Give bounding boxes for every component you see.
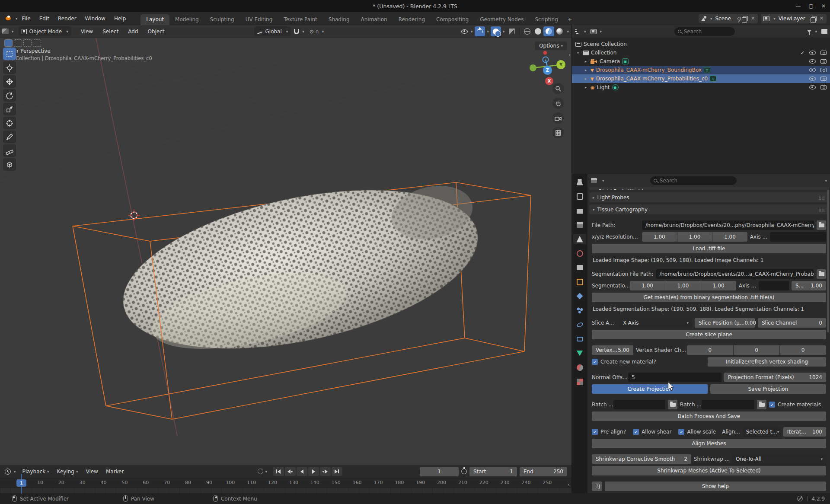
select-set-icon[interactable] [4, 39, 13, 47]
seg-resolution-y-field[interactable]: 1.00 [665, 281, 700, 290]
current-frame-field[interactable]: 1 [420, 467, 459, 476]
pin-icon[interactable] [737, 17, 741, 20]
new-collection-icon[interactable] [821, 29, 827, 34]
tool-transform[interactable] [3, 117, 16, 129]
resolution-x-field[interactable]: 1.00 [642, 232, 677, 242]
menu-help[interactable]: Help [110, 14, 130, 23]
panel-light-probes[interactable]: ▸ Light Probes ⣿⣿ [589, 192, 829, 202]
playhead-badge[interactable]: 1 [16, 479, 26, 487]
light-data-icon[interactable]: ● [612, 84, 619, 90]
tool-add-cube[interactable] [3, 158, 16, 171]
close-icon[interactable]: ✕ [821, 3, 826, 9]
new-viewlayer-icon[interactable] [812, 16, 817, 21]
axis-y-ball[interactable]: Y [556, 60, 565, 69]
minimize-icon[interactable]: — [796, 3, 801, 9]
shrinkwrap-dropdown[interactable]: One-To-All ▾ [732, 454, 826, 464]
sidebar-toggle-icon[interactable]: ‹ [568, 52, 571, 58]
tab-geometry-nodes[interactable]: Geometry Nodes [474, 14, 529, 25]
save-projection-button[interactable]: Save Projection [710, 384, 826, 394]
properties-search[interactable] [650, 176, 737, 185]
help-book-button[interactable]: ? [592, 482, 602, 491]
row-label[interactable]: Collection [591, 50, 616, 56]
viewport-3d[interactable]: ▾ Object Mode ▾ View Select Add Object G… [0, 25, 571, 465]
timeline-menu-keying[interactable]: Keying▾ [54, 467, 82, 476]
viewlayer-selector[interactable]: ▾ ViewLayer ✕ [761, 14, 827, 23]
add-workspace-button[interactable]: + [564, 14, 576, 25]
tab-physics[interactable] [573, 319, 586, 330]
maximize-icon[interactable]: ▢ [809, 3, 814, 9]
batch1-browse-button[interactable] [668, 400, 677, 409]
chevron-down-icon[interactable]: ▾ [575, 51, 581, 55]
network-icon[interactable] [797, 496, 803, 501]
tab-modeling[interactable]: Modeling [169, 14, 204, 25]
scene-selector[interactable]: ▾ Scene ✕ [699, 14, 758, 23]
drag-dots-icon[interactable]: ⣿⣿ [819, 207, 825, 212]
allow-scale-checkbox[interactable] [678, 429, 684, 435]
file-path-field[interactable]: /home/bruno/Dropbox/Events/20...phy/Dros… [642, 220, 814, 230]
slice-axis-dropdown[interactable]: X-Axis ▾ [619, 318, 692, 328]
chevron-right-icon[interactable]: ▸ [583, 77, 588, 81]
outliner-row-boundingbox[interactable]: ▸ ▼ Drosophila_CAAX-mCherry_BoundingBox … [572, 66, 830, 74]
render-visibility-icon[interactable] [820, 85, 827, 89]
tab-rendering[interactable]: Rendering [393, 14, 431, 25]
snap-toggle[interactable]: ▾ [292, 26, 306, 36]
outliner-row-light[interactable]: ▸ ◉ Light ● [572, 83, 830, 92]
viewport-menu-object[interactable]: Object [143, 27, 169, 36]
timeline-menu-playback[interactable]: Playback▾ [19, 467, 53, 476]
slice-channel-field[interactable]: Slice Channel 0 [758, 318, 826, 328]
create-projection-button[interactable]: Create Projection [592, 384, 708, 394]
prealign-checkbox[interactable] [592, 429, 598, 435]
chevron-right-icon[interactable]: ▸ [583, 68, 588, 72]
tab-collection[interactable] [573, 262, 586, 273]
row-label[interactable]: Light [597, 84, 610, 90]
play-reverse-button[interactable] [297, 467, 307, 476]
init-vertex-shading-button[interactable]: Initialize/refresh vertex shading [708, 357, 826, 367]
tool-move[interactable] [3, 75, 16, 88]
viewport-menu-add[interactable]: Add [124, 27, 142, 36]
tool-select-box[interactable] [3, 48, 16, 60]
outliner-editor-icon[interactable] [575, 29, 581, 34]
tab-scene[interactable] [573, 234, 586, 244]
outliner-search-input[interactable] [684, 29, 731, 35]
axis-z-ball[interactable]: Z [543, 66, 552, 75]
panel-tissue-cartography[interactable]: ▾ Tissue Cartography ⣿⣿ [589, 204, 829, 214]
tab-tool[interactable] [573, 177, 586, 187]
row-label[interactable]: Drosophila_CAAX-mCherry_Probabilities_c0 [596, 76, 708, 82]
overlays-toggle[interactable] [491, 26, 501, 36]
jump-to-start-button[interactable] [273, 467, 284, 476]
autokey-record-icon[interactable] [258, 469, 263, 474]
select-intersect-icon[interactable] [33, 39, 41, 47]
row-label[interactable]: Drosophila_CAAX-mCherry_BoundingBox [596, 67, 702, 73]
tab-shading[interactable]: Shading [323, 14, 355, 25]
row-label[interactable]: Scene Collection [584, 41, 627, 47]
timeline-ruler[interactable]: 1 10203040506070809010011012013014015016… [0, 478, 571, 488]
align-meshes-button[interactable]: Align Meshes [592, 439, 826, 448]
get-mesh-button[interactable]: Get mesh(es) from binary segmentation .t… [592, 293, 826, 302]
resolution-z-field[interactable]: 1.00 [712, 232, 747, 242]
tool-scale[interactable] [3, 103, 16, 115]
render-visibility-icon[interactable] [820, 51, 827, 55]
tab-animation[interactable]: Animation [355, 14, 393, 25]
timeline-editor-button[interactable]: ▾ [3, 466, 18, 476]
viewport-menu-select[interactable]: Select [98, 27, 123, 36]
shrinkwrap-smooth-field[interactable]: Shrinkwrap Corrective Smooth 2 [592, 454, 691, 464]
viewport-canvas[interactable]: User Perspective (1) Collection | Drosop… [0, 38, 571, 465]
tab-layout[interactable]: Layout [140, 14, 169, 25]
menu-window[interactable]: Window [81, 14, 110, 23]
tab-particles[interactable] [573, 305, 586, 316]
pan-hand-button[interactable] [552, 98, 564, 109]
collection-checkbox-icon[interactable]: ✓ [801, 50, 804, 56]
end-frame-field[interactable]: End 250 [520, 467, 567, 476]
new-material-checkbox[interactable] [592, 359, 598, 365]
tab-object[interactable] [573, 277, 586, 287]
tab-world[interactable] [573, 248, 586, 258]
file-browse-button[interactable] [817, 220, 826, 230]
menu-file[interactable]: File [18, 14, 35, 23]
shading-rendered-button[interactable] [554, 26, 565, 36]
camera-view-button[interactable] [552, 112, 564, 124]
tab-scripting[interactable]: Scripting [529, 14, 563, 25]
properties-editor-icon[interactable] [591, 178, 597, 183]
projection-format-field[interactable]: Projection Format (Pixels) 1024 [724, 373, 826, 382]
properties-search-input[interactable] [660, 178, 707, 184]
outliner-row-scene-collection[interactable]: Scene Collection [572, 40, 830, 48]
